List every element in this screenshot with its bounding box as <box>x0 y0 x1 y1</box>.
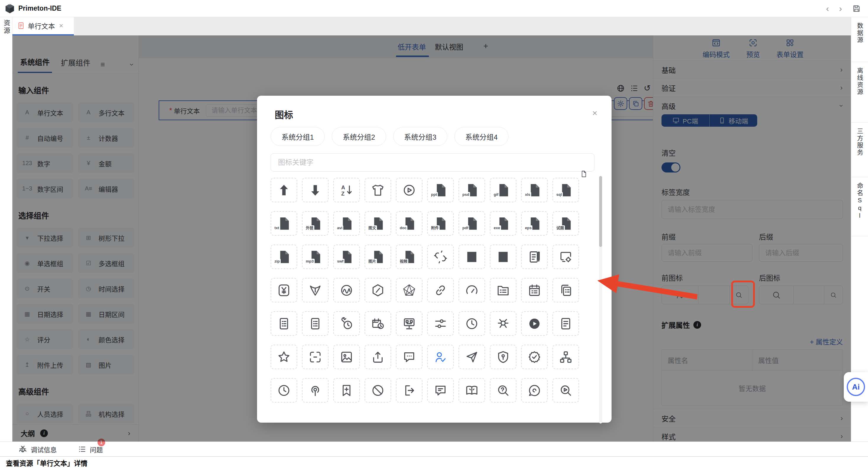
nav-back-icon[interactable]: ‹ <box>826 4 829 13</box>
file-attach-icon[interactable]: 附件 <box>427 211 454 236</box>
folder-list-icon[interactable] <box>490 278 517 303</box>
square-filled-icon[interactable] <box>459 245 485 269</box>
image-icon[interactable] <box>333 345 360 369</box>
clock-icon[interactable] <box>271 378 297 403</box>
link-icon[interactable] <box>427 278 454 303</box>
chat-spiral-icon[interactable] <box>521 378 548 403</box>
file-ppt-icon[interactable]: ppt <box>427 178 454 202</box>
spider-icon[interactable] <box>490 311 517 336</box>
star-icon[interactable] <box>271 345 297 369</box>
sort-az-icon[interactable] <box>333 178 360 202</box>
ban-icon[interactable] <box>365 378 391 403</box>
file-swf-icon[interactable]: swf <box>333 245 360 269</box>
file-quiz-icon[interactable]: 试题 <box>553 211 579 236</box>
file-psd-icon[interactable]: psd <box>459 178 485 202</box>
nav-forward-icon[interactable]: › <box>839 4 842 13</box>
modal-title: 图标 <box>275 107 293 121</box>
right-strip-item-命名Sql[interactable]: 命名Sql <box>851 177 868 236</box>
tablet-gear-icon[interactable] <box>553 245 579 269</box>
modal-close-icon[interactable]: × <box>592 109 597 118</box>
monitor-network-icon[interactable] <box>396 311 423 336</box>
bookmark-plus-icon[interactable] <box>333 378 360 403</box>
fullscreen-icon[interactable] <box>302 345 329 369</box>
square-filled-icon[interactable] <box>490 245 517 269</box>
icon-group-pill[interactable]: 系统分组3 <box>393 127 447 146</box>
book-icon[interactable] <box>459 378 485 403</box>
calendar-clock-icon[interactable] <box>365 311 391 336</box>
file-extlink-icon[interactable]: 外链 <box>302 211 329 236</box>
link-broken-icon[interactable] <box>427 245 454 269</box>
gauge-icon[interactable] <box>459 278 485 303</box>
icon-group-pill[interactable]: 系统分组2 <box>332 127 386 146</box>
play-circle-filled-icon[interactable] <box>521 311 548 336</box>
debug-info-button[interactable]: 调试信息 <box>18 444 57 454</box>
file-video-icon[interactable]: 视频 <box>396 245 423 269</box>
wave-circle-icon[interactable] <box>333 278 360 303</box>
sitemap-icon[interactable] <box>553 345 579 369</box>
icon-group-pill[interactable]: 系统分组4 <box>454 127 508 146</box>
card-list-icon[interactable] <box>302 311 329 336</box>
sliders-icon[interactable] <box>427 311 454 336</box>
file-zip-icon[interactable]: zip <box>271 245 297 269</box>
tab-close-icon[interactable]: × <box>59 22 63 30</box>
file-gif-icon[interactable]: gif <box>490 178 517 202</box>
file-imgtext-icon[interactable]: 图文 <box>365 211 391 236</box>
play-circle-icon[interactable] <box>396 178 423 202</box>
file-type-label: 图片 <box>368 259 377 264</box>
file-mp3-icon[interactable]: mp3 <box>302 245 329 269</box>
logout-icon[interactable] <box>396 378 423 403</box>
file-txt-icon[interactable]: txt <box>271 211 297 236</box>
card-list-icon[interactable] <box>271 311 297 336</box>
search-play-icon[interactable] <box>553 378 579 403</box>
file-exe-icon[interactable]: exe <box>490 211 517 236</box>
calendar-list-icon[interactable] <box>521 278 548 303</box>
send-icon[interactable] <box>459 345 485 369</box>
right-strip-item-离线资源[interactable]: 离线资源 <box>851 62 868 123</box>
page-icon[interactable] <box>580 170 587 178</box>
file-type-label: swf <box>336 259 344 264</box>
file-type-label: exe <box>493 225 501 230</box>
tab-single-line-text[interactable]: 单行文本 × <box>12 17 74 35</box>
arrow-up-icon[interactable] <box>271 178 297 202</box>
right-strip-item-数据源[interactable]: 数据源 <box>851 17 868 62</box>
pentagon-wire-icon[interactable] <box>396 278 423 303</box>
wrench-clock-icon[interactable] <box>333 311 360 336</box>
arrow-down-icon[interactable] <box>302 178 329 202</box>
file-eps-icon[interactable]: eps <box>521 211 548 236</box>
file-type-label: zip <box>274 259 281 264</box>
clock-icon[interactable] <box>459 311 485 336</box>
podcast-icon[interactable] <box>302 378 329 403</box>
file-type-label: eps <box>524 225 532 230</box>
search-question-icon[interactable] <box>490 378 517 403</box>
file-sql-icon[interactable]: sql <box>553 178 579 202</box>
file-xls-icon[interactable]: xls <box>521 178 548 202</box>
save-icon[interactable] <box>852 4 861 13</box>
tshirt-icon[interactable] <box>365 178 391 202</box>
icon-keyword-search-input[interactable] <box>271 153 594 171</box>
upload-check-icon[interactable] <box>365 345 391 369</box>
file-doc-icon[interactable]: doc <box>396 211 423 236</box>
file-avi-icon[interactable]: avi <box>333 211 360 236</box>
icon-group-pill[interactable]: 系统分组1 <box>271 127 325 146</box>
shield-key-icon[interactable] <box>490 345 517 369</box>
yen-card-icon[interactable] <box>271 278 297 303</box>
scrollbar-thumb[interactable] <box>599 176 602 247</box>
doc-pen-icon[interactable] <box>521 245 548 269</box>
trident-logo-icon[interactable] <box>302 278 329 303</box>
chat-dots-icon[interactable] <box>396 345 423 369</box>
modal-scrollbar[interactable] <box>599 176 602 424</box>
file-image-icon[interactable]: 图片 <box>365 245 391 269</box>
right-strip-item-三方服务[interactable]: 三方服务 <box>851 123 868 177</box>
resources-strip[interactable]: 资源 <box>0 17 12 35</box>
file-pdf-icon[interactable]: pdf <box>459 211 485 236</box>
doc-list-icon[interactable] <box>553 311 579 336</box>
badge-check-icon[interactable] <box>521 345 548 369</box>
ai-assistant-button[interactable]: Ai <box>844 372 868 402</box>
copy-list-icon[interactable] <box>553 278 579 303</box>
file-type-label: sql <box>555 192 563 197</box>
app-logo-icon <box>4 3 16 14</box>
user-check-icon[interactable] <box>427 345 454 369</box>
right-strip-label: 离线资源 <box>855 67 864 96</box>
hexagon-icon[interactable] <box>365 278 391 303</box>
chat-lines-icon[interactable] <box>427 378 454 403</box>
